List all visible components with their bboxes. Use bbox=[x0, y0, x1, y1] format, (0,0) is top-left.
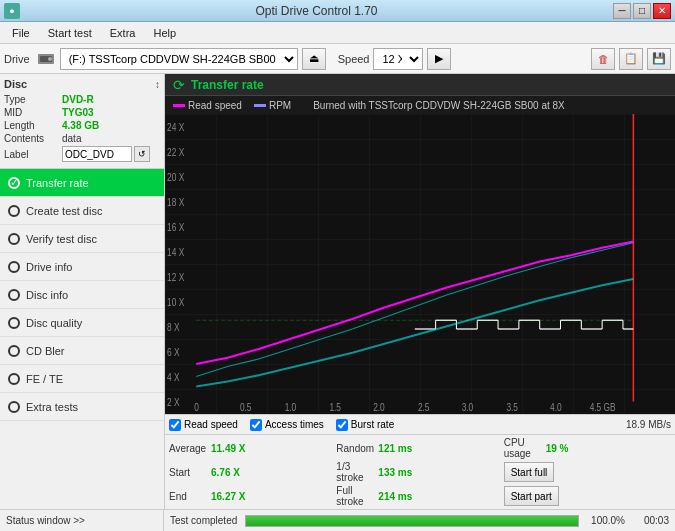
minimize-button[interactable]: ─ bbox=[613, 3, 631, 19]
legend-label-rpm: RPM bbox=[269, 100, 291, 111]
stat-start-part-row: Start part bbox=[504, 485, 671, 507]
chart-svg: 24 X 22 X 20 X 18 X 16 X 14 X 12 X 10 X … bbox=[165, 114, 675, 414]
status-window-button[interactable]: Status window >> bbox=[0, 510, 164, 532]
speed-apply-button[interactable]: ▶ bbox=[427, 48, 451, 70]
window-controls: ─ □ ✕ bbox=[613, 3, 671, 19]
stat-stroke1-row: 1/3 stroke 133 ms bbox=[336, 461, 503, 483]
nav-cd-bler[interactable]: CD Bler bbox=[0, 337, 164, 365]
nav-icon-disc-quality bbox=[8, 317, 20, 329]
disc-refresh-button[interactable]: ↺ bbox=[134, 146, 150, 162]
svg-text:1.0: 1.0 bbox=[285, 403, 297, 414]
ctrl-read-speed-checkbox[interactable] bbox=[169, 419, 181, 431]
chart-title: Transfer rate bbox=[191, 78, 264, 92]
nav-label-create-test-disc: Create test disc bbox=[26, 205, 102, 217]
nav-extra-tests[interactable]: Extra tests bbox=[0, 393, 164, 421]
nav-fe-te[interactable]: FE / TE bbox=[0, 365, 164, 393]
drive-label: Drive bbox=[4, 53, 30, 65]
disc-length-key: Length bbox=[4, 120, 62, 131]
status-text: Test completed bbox=[170, 515, 237, 526]
stat-average-key: Average bbox=[169, 443, 207, 454]
nav-disc-quality[interactable]: Disc quality bbox=[0, 309, 164, 337]
disc-contents-key: Contents bbox=[4, 133, 62, 144]
svg-text:10 X: 10 X bbox=[167, 298, 184, 309]
stat-cpu-key: CPU usage bbox=[504, 437, 542, 459]
progress-percentage: 100.0% bbox=[587, 515, 625, 526]
nav-drive-info[interactable]: Drive info bbox=[0, 253, 164, 281]
nav-verify-test-disc[interactable]: Verify test disc bbox=[0, 225, 164, 253]
nav-create-test-disc[interactable]: Create test disc bbox=[0, 197, 164, 225]
stat-end-row: End 16.27 X bbox=[169, 485, 336, 507]
svg-text:3.0: 3.0 bbox=[462, 403, 474, 414]
ctrl-read-speed-label: Read speed bbox=[184, 419, 238, 430]
disc-label-key: Label bbox=[4, 149, 62, 160]
nav-label-verify-test-disc: Verify test disc bbox=[26, 233, 97, 245]
disc-length-val: 4.38 GB bbox=[62, 120, 99, 131]
toolbar: Drive (F:) TSSTcorp CDDVDW SH-224GB SB00… bbox=[0, 44, 675, 74]
disc-type-key: Type bbox=[4, 94, 62, 105]
nav-label-disc-info: Disc info bbox=[26, 289, 68, 301]
stat-full-stroke-row: Full stroke 214 ms bbox=[336, 485, 503, 507]
ctrl-read-speed: Read speed bbox=[169, 419, 238, 431]
drive-eject-button[interactable]: ⏏ bbox=[302, 48, 326, 70]
disc-length-row: Length 4.38 GB bbox=[4, 120, 160, 131]
chart-legend: Read speed RPM Burned with TSSTcorp CDDV… bbox=[165, 96, 675, 114]
ctrl-access-times-checkbox[interactable] bbox=[250, 419, 262, 431]
menu-file[interactable]: File bbox=[4, 25, 38, 41]
disc-collapse-button[interactable]: ↕ bbox=[155, 79, 160, 90]
disc-section: Disc ↕ Type DVD-R MID TYG03 Length 4.38 … bbox=[0, 74, 164, 169]
ctrl-burst-rate-checkbox[interactable] bbox=[336, 419, 348, 431]
main-area: Disc ↕ Type DVD-R MID TYG03 Length 4.38 … bbox=[0, 74, 675, 509]
copy-button[interactable]: 📋 bbox=[619, 48, 643, 70]
svg-text:4.5 GB: 4.5 GB bbox=[590, 403, 616, 414]
stat-random-val: 121 ms bbox=[378, 443, 412, 454]
stat-start-full-row: Start full bbox=[504, 461, 671, 483]
progress-bar-container bbox=[245, 515, 579, 527]
svg-text:0.5: 0.5 bbox=[240, 403, 252, 414]
chart-header: ⟳ Transfer rate bbox=[165, 74, 675, 96]
nav-disc-info[interactable]: Disc info bbox=[0, 281, 164, 309]
menu-extra[interactable]: Extra bbox=[102, 25, 144, 41]
disc-label-input[interactable] bbox=[62, 146, 132, 162]
ctrl-access-times: Access times bbox=[250, 419, 324, 431]
nav-label-fe-te: FE / TE bbox=[26, 373, 63, 385]
nav-icon-fe-te bbox=[8, 373, 20, 385]
drive-icon bbox=[36, 49, 56, 69]
nav-label-extra-tests: Extra tests bbox=[26, 401, 78, 413]
stat-stroke1-val: 133 ms bbox=[378, 467, 412, 478]
disc-mid-key: MID bbox=[4, 107, 62, 118]
status-window-label: Status window >> bbox=[6, 515, 85, 526]
svg-text:2 X: 2 X bbox=[167, 398, 179, 409]
stat-full-stroke-val: 214 ms bbox=[378, 491, 412, 502]
svg-text:4.0: 4.0 bbox=[550, 403, 562, 414]
nav-label-disc-quality: Disc quality bbox=[26, 317, 82, 329]
nav-icon-disc-info bbox=[8, 289, 20, 301]
nav-transfer-rate[interactable]: ✓ Transfer rate bbox=[0, 169, 164, 197]
svg-text:14 X: 14 X bbox=[167, 248, 184, 259]
erase-button[interactable]: 🗑 bbox=[591, 48, 615, 70]
speed-label: Speed bbox=[338, 53, 370, 65]
close-button[interactable]: ✕ bbox=[653, 3, 671, 19]
stat-stroke1-key: 1/3 stroke bbox=[336, 461, 374, 483]
svg-rect-3 bbox=[165, 114, 675, 414]
statusbar: Status window >> Test completed 100.0% 0… bbox=[0, 509, 675, 531]
disc-title: Disc bbox=[4, 78, 27, 90]
legend-label-read-speed: Read speed bbox=[188, 100, 242, 111]
nav-icon-drive-info bbox=[8, 261, 20, 273]
nav-label-transfer-rate: Transfer rate bbox=[26, 177, 89, 189]
titlebar: ● Opti Drive Control 1.70 ─ □ ✕ bbox=[0, 0, 675, 22]
stat-start-key: Start bbox=[169, 467, 207, 478]
drive-select[interactable]: (F:) TSSTcorp CDDVDW SH-224GB SB00 bbox=[60, 48, 298, 70]
menu-help[interactable]: Help bbox=[145, 25, 184, 41]
legend-color-read-speed bbox=[173, 104, 185, 107]
ctrl-burst-rate: Burst rate bbox=[336, 419, 394, 431]
speed-select[interactable]: 12 X bbox=[373, 48, 423, 70]
start-full-button[interactable]: Start full bbox=[504, 462, 555, 482]
save-button[interactable]: 💾 bbox=[647, 48, 671, 70]
menu-start-test[interactable]: Start test bbox=[40, 25, 100, 41]
maximize-button[interactable]: □ bbox=[633, 3, 651, 19]
nav-label-drive-info: Drive info bbox=[26, 261, 72, 273]
left-panel: Disc ↕ Type DVD-R MID TYG03 Length 4.38 … bbox=[0, 74, 165, 509]
title-text: Opti Drive Control 1.70 bbox=[20, 4, 613, 18]
disc-contents-row: Contents data bbox=[4, 133, 160, 144]
start-part-button[interactable]: Start part bbox=[504, 486, 559, 506]
